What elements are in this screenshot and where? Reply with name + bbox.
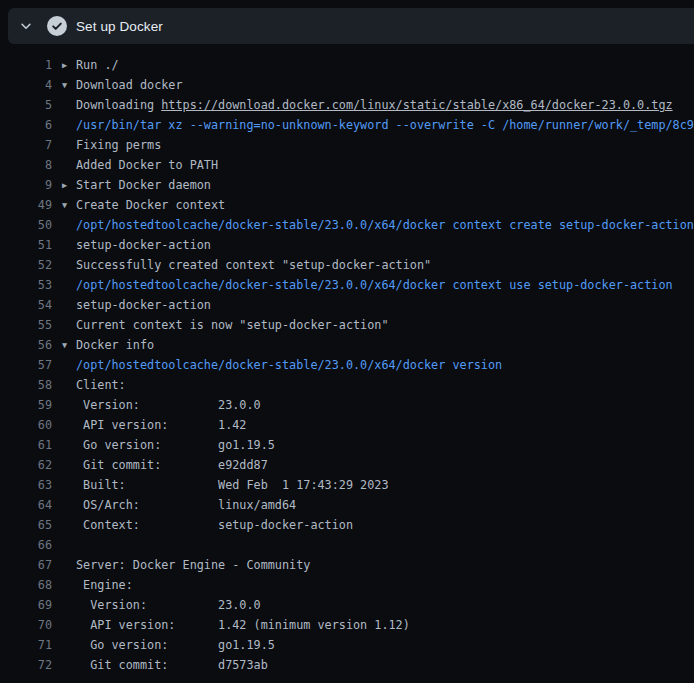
- log-row[interactable]: 50/opt/hostedtoolcache/docker-stable/23.…: [0, 215, 694, 235]
- line-number[interactable]: 8: [0, 155, 52, 175]
- log-text: Download docker: [76, 75, 694, 95]
- log-row[interactable]: 52Successfully created context "setup-do…: [0, 255, 694, 275]
- line-number[interactable]: 64: [0, 495, 52, 515]
- line-number[interactable]: 56: [0, 335, 52, 355]
- log-row[interactable]: 64 OS/Arch: linux/amd64: [0, 495, 694, 515]
- log-text: Current context is now "setup-docker-act…: [76, 315, 694, 335]
- line-number[interactable]: 60: [0, 415, 52, 435]
- line-number[interactable]: 51: [0, 235, 52, 255]
- log-text: API version: 1.42: [76, 415, 694, 435]
- log-text: setup-docker-action: [76, 295, 694, 315]
- line-number[interactable]: 55: [0, 315, 52, 335]
- log-row[interactable]: 49▼Create Docker context: [0, 195, 694, 215]
- line-number[interactable]: 54: [0, 295, 52, 315]
- log-row[interactable]: 63 Built: Wed Feb 1 17:43:29 2023: [0, 475, 694, 495]
- log-row[interactable]: 4▼Download docker: [0, 75, 694, 95]
- log-row[interactable]: 5Downloading https://download.docker.com…: [0, 95, 694, 115]
- log-text: Downloading https://download.docker.com/…: [76, 95, 694, 115]
- log-row[interactable]: 8Added Docker to PATH: [0, 155, 694, 175]
- log-row[interactable]: 70 API version: 1.42 (minimum version 1.…: [0, 615, 694, 635]
- log-text: setup-docker-action: [76, 235, 694, 255]
- log-text: Git commit: e92dd87: [76, 455, 694, 475]
- log-row[interactable]: 71 Go version: go1.19.5: [0, 635, 694, 655]
- line-number[interactable]: 65: [0, 515, 52, 535]
- log-row[interactable]: 67Server: Docker Engine - Community: [0, 555, 694, 575]
- log-row[interactable]: 55Current context is now "setup-docker-a…: [0, 315, 694, 335]
- line-number[interactable]: 66: [0, 535, 52, 555]
- log-row[interactable]: 57/opt/hostedtoolcache/docker-stable/23.…: [0, 355, 694, 375]
- log-text: Git commit: d7573ab: [76, 655, 694, 675]
- log-row[interactable]: 59 Version: 23.0.0: [0, 395, 694, 415]
- log-text: Client:: [76, 375, 694, 395]
- log-row[interactable]: 6/usr/bin/tar xz --warning=no-unknown-ke…: [0, 115, 694, 135]
- log-row[interactable]: 69 Version: 23.0.0: [0, 595, 694, 615]
- line-number[interactable]: 7: [0, 135, 52, 155]
- log-row[interactable]: 62 Git commit: e92dd87: [0, 455, 694, 475]
- line-number[interactable]: 57: [0, 355, 52, 375]
- line-number[interactable]: 67: [0, 555, 52, 575]
- line-number[interactable]: 59: [0, 395, 52, 415]
- log-text: Version: 23.0.0: [76, 595, 694, 615]
- chevron-down-icon[interactable]: [18, 18, 34, 34]
- log-command-text: /opt/hostedtoolcache/docker-stable/23.0.…: [76, 215, 694, 235]
- group-chevron-right-icon[interactable]: ▶: [62, 55, 76, 75]
- line-number[interactable]: 68: [0, 575, 52, 595]
- log-text: Version: 23.0.0: [76, 395, 694, 415]
- log-row[interactable]: 58Client:: [0, 375, 694, 395]
- log-row[interactable]: 60 API version: 1.42: [0, 415, 694, 435]
- log-text: Create Docker context: [76, 195, 694, 215]
- log-row[interactable]: 56▼Docker info: [0, 335, 694, 355]
- line-number[interactable]: 71: [0, 635, 52, 655]
- actions-log-viewer: Set up Docker 1▶Run ./4▼Download docker5…: [0, 0, 694, 683]
- log-text: Successfully created context "setup-dock…: [76, 255, 694, 275]
- line-number[interactable]: 69: [0, 595, 52, 615]
- log-row[interactable]: 54setup-docker-action: [0, 295, 694, 315]
- log-row[interactable]: 7Fixing perms: [0, 135, 694, 155]
- log-text: API version: 1.42 (minimum version 1.12): [76, 615, 694, 635]
- log-row[interactable]: 68 Engine:: [0, 575, 694, 595]
- line-number[interactable]: 9: [0, 175, 52, 195]
- log-row[interactable]: 61 Go version: go1.19.5: [0, 435, 694, 455]
- log-row[interactable]: 53/opt/hostedtoolcache/docker-stable/23.…: [0, 275, 694, 295]
- log-text: Go version: go1.19.5: [76, 635, 694, 655]
- log-command-text: /opt/hostedtoolcache/docker-stable/23.0.…: [76, 275, 694, 295]
- group-chevron-right-icon[interactable]: ▶: [62, 175, 76, 195]
- log-row[interactable]: 65 Context: setup-docker-action: [0, 515, 694, 535]
- log-row[interactable]: 9▶Start Docker daemon: [0, 175, 694, 195]
- check-circle-icon: [47, 16, 67, 36]
- group-chevron-down-icon[interactable]: ▼: [62, 75, 76, 95]
- group-chevron-down-icon[interactable]: ▼: [62, 335, 76, 355]
- line-number[interactable]: 6: [0, 115, 52, 135]
- log-row[interactable]: 66: [0, 535, 694, 555]
- line-number[interactable]: 1: [0, 55, 52, 75]
- group-chevron-down-icon[interactable]: ▼: [62, 195, 76, 215]
- log-row[interactable]: 51setup-docker-action: [0, 235, 694, 255]
- line-number[interactable]: 62: [0, 455, 52, 475]
- log-row[interactable]: 1▶Run ./: [0, 55, 694, 75]
- log-rows: 1▶Run ./4▼Download docker5Downloading ht…: [0, 44, 694, 683]
- line-number[interactable]: 70: [0, 615, 52, 635]
- line-number[interactable]: 4: [0, 75, 52, 95]
- line-number[interactable]: 50: [0, 215, 52, 235]
- step-header[interactable]: Set up Docker: [8, 8, 694, 44]
- line-number[interactable]: 49: [0, 195, 52, 215]
- log-command-text: /usr/bin/tar xz --warning=no-unknown-key…: [76, 115, 694, 135]
- log-text: OS/Arch: linux/amd64: [76, 495, 694, 515]
- step-title: Set up Docker: [76, 19, 163, 34]
- line-number[interactable]: 61: [0, 435, 52, 455]
- log-text: Added Docker to PATH: [76, 155, 694, 175]
- line-number[interactable]: 5: [0, 95, 52, 115]
- log-text: Docker info: [76, 335, 694, 355]
- line-number[interactable]: 72: [0, 655, 52, 675]
- log-text: Run ./: [76, 55, 694, 75]
- line-number[interactable]: 52: [0, 255, 52, 275]
- log-link[interactable]: https://download.docker.com/linux/static…: [161, 98, 672, 112]
- log-text: Go version: go1.19.5: [76, 435, 694, 455]
- line-number[interactable]: 63: [0, 475, 52, 495]
- log-text: Built: Wed Feb 1 17:43:29 2023: [76, 475, 694, 495]
- log-row[interactable]: 72 Git commit: d7573ab: [0, 655, 694, 675]
- log-text: Engine:: [76, 575, 694, 595]
- line-number[interactable]: 53: [0, 275, 52, 295]
- log-command-text: /opt/hostedtoolcache/docker-stable/23.0.…: [76, 355, 694, 375]
- line-number[interactable]: 58: [0, 375, 52, 395]
